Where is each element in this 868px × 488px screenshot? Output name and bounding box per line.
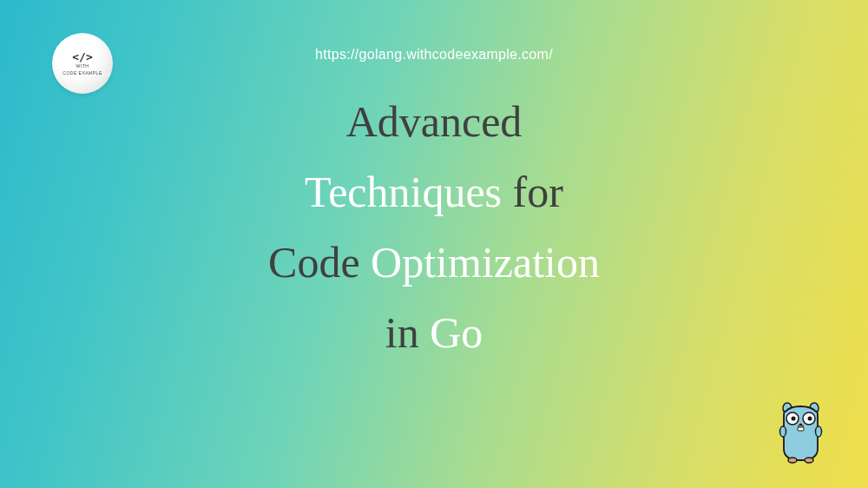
logo-badge: </> WITH CODE EXAMPLE <box>52 33 113 94</box>
title-word-optimization: Optimization <box>371 238 600 287</box>
title-word-in: in <box>385 308 419 357</box>
title-line-3: Code Optimization <box>0 228 868 298</box>
svg-point-5 <box>805 458 813 463</box>
go-gopher-mascot-icon <box>777 401 825 464</box>
title-line-1: Advanced <box>0 87 868 157</box>
svg-point-8 <box>792 417 796 421</box>
title-word-code: Code <box>268 238 360 287</box>
title-word-techniques: Techniques <box>305 168 502 216</box>
title-word-for: for <box>513 168 563 216</box>
logo-text-line2: CODE EXAMPLE <box>62 71 102 76</box>
svg-point-4 <box>788 458 797 463</box>
svg-rect-12 <box>798 427 804 431</box>
title-line-4: in Go <box>0 298 868 368</box>
svg-point-9 <box>808 417 812 421</box>
logo-code-symbol: </> <box>72 51 92 63</box>
logo-text-line1: WITH <box>76 64 89 69</box>
main-title: Advanced Techniques for Code Optimizatio… <box>0 87 868 368</box>
svg-point-11 <box>799 424 802 426</box>
title-word-go: Go <box>430 308 483 357</box>
title-line-2: Techniques for <box>0 157 868 228</box>
svg-point-3 <box>816 426 822 437</box>
svg-point-2 <box>780 426 786 437</box>
title-word-advanced: Advanced <box>346 97 523 146</box>
source-url: https://golang.withcodeexample.com/ <box>315 47 553 63</box>
